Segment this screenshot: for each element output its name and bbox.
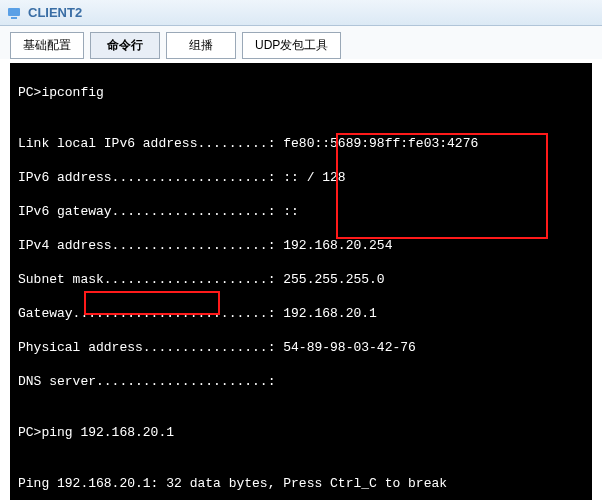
term-line: Ping 192.168.20.1: 32 data bytes, Press … [18, 475, 584, 492]
tab-multicast[interactable]: 组播 [166, 32, 236, 59]
app-icon [6, 5, 22, 21]
terminal-output[interactable]: PC>ipconfig Link local IPv6 address.....… [10, 63, 592, 500]
title-bar: CLIENT2 [0, 0, 602, 26]
term-line: IPv4 address....................: 192.16… [18, 237, 584, 254]
svg-rect-1 [11, 17, 17, 19]
tab-command-line[interactable]: 命令行 [90, 32, 160, 59]
term-line: Physical address................: 54-89-… [18, 339, 584, 356]
term-line: Subnet mask.....................: 255.25… [18, 271, 584, 288]
term-line: Link local IPv6 address.........: fe80::… [18, 135, 584, 152]
term-line: IPv6 gateway....................: :: [18, 203, 584, 220]
term-line: Gateway.........................: 192.16… [18, 305, 584, 322]
term-line: PC>ipconfig [18, 84, 584, 101]
svg-rect-0 [8, 8, 20, 16]
term-line: PC>ping 192.168.20.1 [18, 424, 584, 441]
window-title: CLIENT2 [28, 5, 82, 20]
tab-bar: 基础配置 命令行 组播 UDP发包工具 [0, 26, 602, 59]
tab-udp-tool[interactable]: UDP发包工具 [242, 32, 341, 59]
tab-basic-config[interactable]: 基础配置 [10, 32, 84, 59]
term-line: IPv6 address....................: :: / 1… [18, 169, 584, 186]
term-line: DNS server......................: [18, 373, 584, 390]
